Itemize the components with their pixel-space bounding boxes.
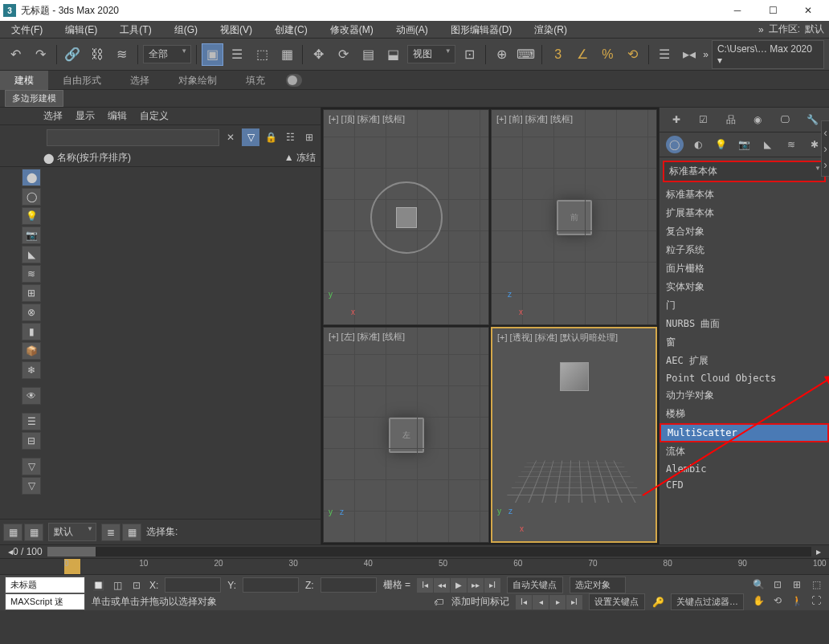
autokey-button[interactable]: 自动关键点 [507, 577, 563, 593]
select-region-icon[interactable]: ⬚ [251, 43, 273, 66]
lock-sel-icon[interactable]: ⊡ [130, 579, 143, 592]
spinner-snap-icon[interactable]: ⟲ [622, 43, 643, 66]
filter-space-icon[interactable]: ≋ [22, 265, 41, 283]
category-item[interactable]: AEC 扩展 [660, 352, 829, 370]
filter-camera-icon[interactable]: 📷 [22, 226, 41, 244]
x-coord-input[interactable] [165, 577, 221, 593]
prev-key-icon[interactable]: I◂ [516, 595, 532, 609]
isolate-icon[interactable]: ◫ [111, 579, 124, 592]
scene-tab-custom[interactable]: 自定义 [140, 109, 169, 123]
layer-icon-a[interactable]: ▦ [3, 524, 22, 541]
scene-search-input[interactable] [47, 129, 219, 146]
menu-item-1[interactable]: 编辑(E) [54, 21, 108, 39]
menu-item-3[interactable]: 组(G) [163, 21, 209, 39]
select-target-dropdown[interactable]: 选定对象 [570, 577, 626, 593]
maximize-button[interactable]: ☐ [755, 0, 790, 21]
select-name-icon[interactable]: ☰ [227, 43, 248, 66]
use-pivot-icon[interactable]: ⊡ [459, 43, 480, 66]
select-place-icon[interactable]: ⬓ [382, 43, 404, 66]
keyfilter-button[interactable]: 关键点过滤器… [671, 593, 744, 610]
goto-end-icon[interactable]: ▸I [484, 578, 500, 593]
menu-item-0[interactable]: 文件(F) [0, 21, 54, 39]
spacewarps-icon[interactable]: ≋ [782, 136, 800, 153]
filter-group-icon[interactable]: ⊞ [22, 284, 41, 302]
polygon-modeling-button[interactable]: 多边形建模 [5, 90, 63, 107]
scene-tab-edit[interactable]: 编辑 [108, 109, 127, 123]
zoom-all-icon[interactable]: ⊡ [770, 577, 786, 593]
keyboard-shortcut-icon[interactable]: ⌨ [515, 43, 537, 66]
right-side-handle[interactable]: ‹›› [821, 120, 829, 177]
timeline-slider[interactable]: ◂ 0 / 100 ▸ [0, 544, 829, 559]
menu-item-4[interactable]: 视图(V) [209, 21, 263, 39]
ref-coord-dropdown[interactable]: 视图 [407, 45, 455, 63]
select-object-icon[interactable]: ▣ [202, 43, 223, 66]
ribbon-tab-select[interactable]: 选择 [116, 71, 164, 90]
link-icon[interactable]: 🔗 [62, 43, 84, 66]
create-tab-icon[interactable]: ✚ [668, 111, 685, 128]
viewport-perspective[interactable]: [+] [透视] [标准] [默认明暗处理] zyx [491, 327, 657, 543]
filter-bone-icon[interactable]: ▮ [22, 323, 41, 340]
category-item[interactable]: Point Cloud Objects [660, 370, 829, 386]
layer-icon-b[interactable]: ▦ [24, 524, 43, 541]
setkey-button[interactable]: 设置关键点 [589, 593, 645, 610]
time-config-icon[interactable]: ▸ [549, 595, 566, 609]
zoom-icon[interactable]: 🔍 [750, 577, 766, 593]
prev-frame-icon[interactable]: ◂◂ [434, 578, 450, 593]
ribbon-tab-modeling[interactable]: 建模 [0, 71, 48, 90]
filter-container-icon[interactable]: 📦 [22, 342, 41, 360]
ribbon-tab-paint[interactable]: 对象绘制 [164, 71, 231, 90]
project-path[interactable]: C:\Users\… Max 2020 ▾ [712, 40, 824, 69]
menu-item-7[interactable]: 动画(A) [385, 21, 439, 39]
filter-light-icon[interactable]: 💡 [22, 207, 41, 225]
tree-icon[interactable]: ⊞ [301, 129, 317, 145]
clear-search-icon[interactable]: ✕ [223, 129, 239, 145]
display-all-icon[interactable]: 👁 [22, 387, 41, 405]
menu-more-icon[interactable]: » [758, 24, 764, 35]
maximize-vp-icon[interactable]: ⛶ [808, 593, 824, 609]
scene-tab-display[interactable]: 显示 [76, 109, 95, 123]
display-tab-icon[interactable]: 🖵 [776, 111, 794, 128]
undo-icon[interactable]: ↶ [5, 43, 27, 66]
category-item[interactable]: 标准基本体 [660, 185, 829, 204]
viewcube-icon[interactable] [370, 181, 443, 254]
layer-props-icon[interactable]: ▦ [122, 524, 141, 541]
filter-a-icon[interactable]: ▽ [22, 458, 41, 475]
select-move-icon[interactable]: ✥ [308, 43, 329, 66]
filter-frozen-icon[interactable]: ❄ [22, 361, 41, 379]
name-column-header[interactable]: ⬤ 名称(按升序排序) [43, 151, 284, 165]
select-scale-icon[interactable]: ▤ [357, 43, 379, 66]
category-item[interactable]: 粒子系统 [660, 241, 829, 259]
menu-item-5[interactable]: 创建(C) [263, 21, 319, 39]
viewport-top-label[interactable]: [+] [顶] [标准] [线框] [329, 113, 405, 125]
y-coord-input[interactable] [243, 577, 299, 593]
walk-icon[interactable]: 🚶 [789, 593, 805, 609]
select-rotate-icon[interactable]: ⟳ [333, 43, 354, 66]
next-frame-icon[interactable]: ▸▸ [468, 578, 484, 593]
viewport-left[interactable]: [+] [左] [标准] [线框] 左 zy [323, 327, 489, 543]
key-mode-icon[interactable]: ◂ [533, 595, 549, 609]
ribbon-toggle[interactable] [286, 74, 302, 87]
selection-filter-dropdown[interactable]: 全部 [143, 45, 191, 63]
select-manipulate-icon[interactable]: ⊕ [491, 43, 513, 66]
zoom-region-icon[interactable]: ⬚ [808, 577, 824, 593]
filter-b-icon[interactable]: ▽ [22, 477, 41, 495]
category-item[interactable]: 流体 [660, 442, 829, 461]
motion-tab-icon[interactable]: ◉ [749, 111, 766, 128]
category-list[interactable]: 标准基本体扩展基本体复合对象粒子系统面片栅格实体对象门NURBS 曲面窗AEC … [660, 185, 829, 544]
close-button[interactable]: ✕ [790, 0, 826, 21]
lights-icon[interactable]: 💡 [713, 136, 730, 153]
viewport-front[interactable]: [+] [前] [标准] [线框] 前 zx [491, 109, 657, 325]
bind-icon[interactable]: ≋ [111, 43, 133, 66]
category-item[interactable]: 窗 [660, 333, 829, 352]
named-sel-icon[interactable]: ☰ [654, 43, 676, 66]
lock-icon[interactable]: 🔒 [263, 129, 279, 145]
utilities-tab-icon[interactable]: 🔧 [803, 111, 821, 128]
pan-icon[interactable]: ✋ [750, 593, 766, 609]
add-time-tag-label[interactable]: 添加时间标记 [451, 595, 509, 609]
zoom-extents-icon[interactable]: ⊞ [789, 577, 805, 593]
list-view-icon[interactable]: ☰ [22, 413, 41, 430]
key-icon[interactable]: 🔑 [651, 596, 664, 609]
layers-btn-icon[interactable]: ≣ [101, 524, 120, 541]
hierarchy-icon[interactable]: ⊟ [22, 432, 41, 450]
tool-icon[interactable]: 🔲 [92, 579, 104, 592]
